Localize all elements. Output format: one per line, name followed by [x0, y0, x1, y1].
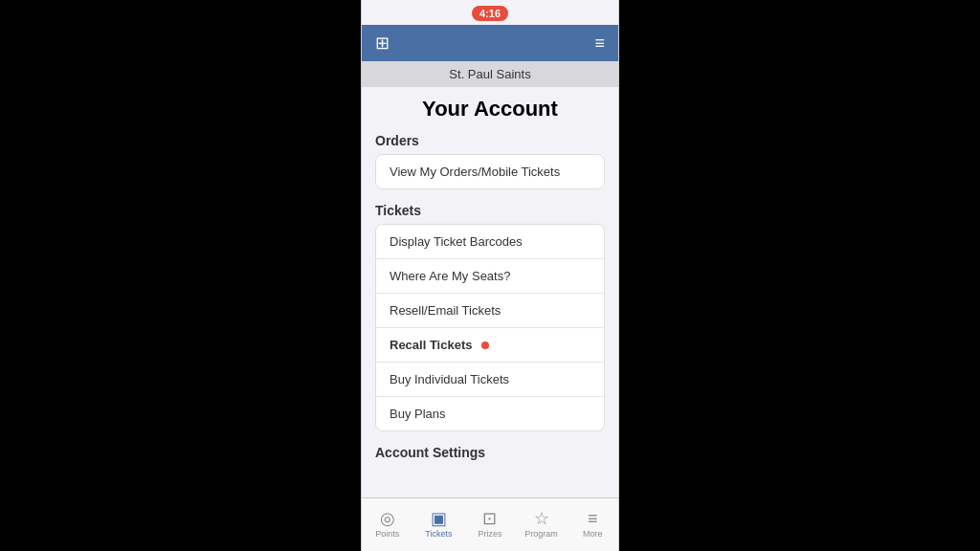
- list-item-buy-plans[interactable]: Buy Plans: [376, 397, 604, 430]
- list-item-where-seats[interactable]: Where Are My Seats?: [376, 259, 604, 294]
- view-orders-label: View My Orders/Mobile Tickets: [390, 165, 560, 179]
- list-item-buy-individual[interactable]: Buy Individual Tickets: [376, 363, 604, 397]
- team-name-bar: St. Paul Saints: [362, 61, 618, 87]
- tab-points[interactable]: ◎ Points: [362, 510, 413, 539]
- status-bar: 4:16: [362, 0, 618, 25]
- tab-prizes[interactable]: ⊡ Prizes: [464, 510, 516, 539]
- prizes-label: Prizes: [478, 529, 501, 539]
- tab-program[interactable]: ☆ Program: [516, 510, 568, 539]
- tickets-list: Display Ticket Barcodes Where Are My Sea…: [375, 224, 605, 431]
- where-seats-label: Where Are My Seats?: [390, 269, 510, 283]
- points-label: Points: [375, 529, 399, 539]
- time-badge: 4:16: [472, 6, 508, 21]
- more-label: More: [583, 529, 603, 539]
- list-item-display-barcodes[interactable]: Display Ticket Barcodes: [376, 225, 604, 259]
- buy-individual-label: Buy Individual Tickets: [390, 372, 509, 386]
- resell-email-label: Resell/Email Tickets: [390, 303, 501, 318]
- display-barcodes-label: Display Ticket Barcodes: [390, 234, 523, 249]
- tab-more[interactable]: ≡ More: [567, 510, 618, 539]
- section-orders-label: Orders: [375, 133, 605, 148]
- program-label: Program: [524, 529, 558, 539]
- more-icon: ≡: [588, 510, 598, 527]
- section-account-settings-label: Account Settings: [375, 445, 605, 460]
- program-icon: ☆: [534, 510, 549, 527]
- prizes-icon: ⊡: [482, 510, 497, 527]
- grid-icon[interactable]: ⊞: [375, 33, 390, 54]
- orders-list: View My Orders/Mobile Tickets: [375, 154, 605, 189]
- tickets-icon: ▣: [431, 510, 447, 527]
- buy-plans-label: Buy Plans: [390, 407, 446, 421]
- main-content: Your Account Orders View My Orders/Mobil…: [362, 87, 618, 491]
- nav-bar: ⊞ ≡: [362, 25, 618, 61]
- points-icon: ◎: [380, 510, 395, 527]
- list-item-resell-email[interactable]: Resell/Email Tickets: [376, 294, 604, 328]
- list-item-recall-tickets[interactable]: Recall Tickets: [376, 328, 604, 363]
- phone-screen: 4:16 ⊞ ≡ St. Paul Saints Your Account Or…: [361, 0, 619, 551]
- tab-bar: ◎ Points ▣ Tickets ⊡ Prizes ☆ Program ≡ …: [362, 497, 618, 551]
- list-item-view-orders[interactable]: View My Orders/Mobile Tickets: [376, 155, 604, 188]
- page-title: Your Account: [375, 97, 605, 121]
- menu-icon[interactable]: ≡: [594, 33, 605, 54]
- team-name: St. Paul Saints: [449, 67, 530, 81]
- recall-red-dot: [481, 342, 489, 349]
- tickets-tab-label: Tickets: [425, 529, 452, 539]
- section-tickets-label: Tickets: [375, 203, 605, 218]
- recall-tickets-label: Recall Tickets: [390, 338, 489, 352]
- tab-tickets[interactable]: ▣ Tickets: [413, 510, 465, 539]
